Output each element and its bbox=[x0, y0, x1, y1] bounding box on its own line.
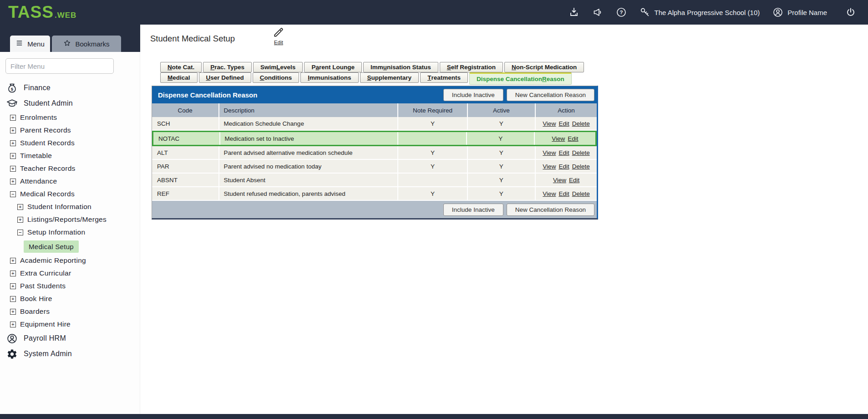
code-cell: ABSNT bbox=[152, 174, 219, 186]
view-link[interactable]: View bbox=[543, 190, 556, 197]
minus-box-icon[interactable]: − bbox=[10, 191, 16, 197]
sidebar-item-system-admin[interactable]: System Admin bbox=[0, 346, 140, 362]
bookmarks-tab[interactable]: Bookmarks bbox=[52, 36, 121, 52]
sidebar-item-medical-setup[interactable]: Medical Setup bbox=[0, 239, 140, 254]
view-link[interactable]: View bbox=[553, 177, 566, 184]
sidebar-item-equipment-hire[interactable]: +Equipment Hire bbox=[0, 318, 140, 331]
sidebar-item-listings-reports-merges[interactable]: +Listings/Reports/Merges bbox=[0, 213, 140, 226]
edit-label: Edit bbox=[269, 40, 288, 45]
edit-link[interactable]: Edit bbox=[558, 120, 569, 127]
note-required-cell bbox=[398, 132, 467, 145]
sidebar-item-label: Boarders bbox=[20, 307, 50, 316]
edit-link[interactable]: Edit bbox=[569, 177, 579, 184]
tab-prac-types[interactable]: Prac. Types bbox=[203, 62, 252, 72]
sidebar-item-parent-records[interactable]: +Parent Records bbox=[0, 124, 140, 137]
include-inactive-button[interactable]: Include Inactive bbox=[443, 204, 503, 216]
minus-box-icon[interactable]: − bbox=[17, 230, 23, 235]
plus-box-icon[interactable]: + bbox=[10, 166, 16, 172]
view-link[interactable]: View bbox=[543, 120, 556, 127]
sidebar-item-boarders[interactable]: +Boarders bbox=[0, 305, 140, 318]
profile-menu[interactable]: Profile Name bbox=[772, 7, 827, 18]
menu-tab-label: Menu bbox=[27, 40, 45, 48]
sidebar-item-enrolments[interactable]: +Enrolments bbox=[0, 111, 140, 124]
sidebar-item-timetable[interactable]: +Timetable bbox=[0, 149, 140, 162]
sidebar-item-teacher-records[interactable]: +Teacher Records bbox=[0, 162, 140, 175]
sidebar-item-setup-information[interactable]: −Setup Information bbox=[0, 226, 140, 239]
new-cancellation-reason-button[interactable]: New Cancellation Reason bbox=[507, 89, 594, 101]
plus-box-icon[interactable]: + bbox=[10, 153, 16, 159]
plus-box-icon[interactable]: + bbox=[17, 217, 23, 223]
tab-non-script-medication[interactable]: Non-Script Medication bbox=[504, 62, 584, 72]
edit-link[interactable]: Edit bbox=[558, 163, 569, 170]
pencil-icon bbox=[273, 32, 284, 40]
delete-link[interactable]: Delete bbox=[572, 163, 590, 170]
edit-page-button[interactable]: Edit bbox=[269, 26, 288, 45]
view-link[interactable]: View bbox=[543, 163, 556, 170]
tab-supplementary[interactable]: Supplementary bbox=[360, 72, 419, 83]
plus-box-icon[interactable]: + bbox=[10, 115, 16, 121]
sidebar-item-student-admin[interactable]: Student Admin bbox=[0, 96, 140, 111]
tab-note-cat[interactable]: Note Cat. bbox=[160, 62, 202, 72]
menu-tab[interactable]: Menu bbox=[10, 36, 50, 52]
tab-immunisation-status[interactable]: Immunisation Status bbox=[363, 62, 438, 72]
tab-conditions[interactable]: Conditions bbox=[253, 72, 299, 83]
sidebar-item-medical-records[interactable]: −Medical Records bbox=[0, 188, 140, 200]
plus-box-icon[interactable]: + bbox=[10, 322, 16, 327]
school-selector[interactable]: The Alpha Progressive School (10) bbox=[640, 7, 760, 18]
footer-bar bbox=[0, 414, 868, 419]
plus-box-icon[interactable]: + bbox=[10, 283, 16, 289]
tab-swim-levels[interactable]: Swim Levels bbox=[253, 62, 303, 72]
sidebar-item-attendance[interactable]: +Attendance bbox=[0, 175, 140, 188]
sidebar-item-academic-reporting[interactable]: +Academic Reporting bbox=[0, 254, 140, 267]
tab-immunisations[interactable]: Immunisations bbox=[300, 72, 358, 83]
active-cell: Y bbox=[467, 132, 535, 145]
delete-link[interactable]: Delete bbox=[572, 149, 590, 156]
sidebar-item-finance[interactable]: $Finance bbox=[0, 80, 140, 96]
sidebar-header: Menu Bookmarks bbox=[0, 25, 140, 52]
edit-link[interactable]: Edit bbox=[558, 190, 569, 197]
profile-name: Profile Name bbox=[787, 9, 827, 16]
sidebar-item-student-information[interactable]: +Student Information bbox=[0, 200, 140, 213]
sidebar-item-book-hire[interactable]: +Book Hire bbox=[0, 292, 140, 305]
plus-box-icon[interactable]: + bbox=[10, 179, 16, 184]
delete-link[interactable]: Delete bbox=[572, 190, 590, 197]
key-icon bbox=[640, 7, 650, 18]
download-icon[interactable] bbox=[569, 7, 579, 18]
sidebar-item-label: Past Students bbox=[20, 282, 66, 290]
plus-box-icon[interactable]: + bbox=[10, 140, 16, 146]
plus-box-icon[interactable]: + bbox=[10, 271, 16, 276]
help-icon[interactable]: ? bbox=[616, 7, 627, 18]
note-required-cell: Y bbox=[398, 117, 467, 130]
action-cell: ViewEdit bbox=[536, 174, 597, 186]
description-cell: Parent advised no medication today bbox=[219, 160, 399, 173]
plus-box-icon[interactable]: + bbox=[10, 309, 16, 315]
sidebar-item-past-students[interactable]: +Past Students bbox=[0, 280, 140, 292]
delete-link[interactable]: Delete bbox=[572, 120, 590, 127]
plus-box-icon[interactable]: + bbox=[10, 258, 16, 264]
plus-box-icon[interactable]: + bbox=[17, 204, 23, 210]
sidebar-item-student-records[interactable]: +Student Records bbox=[0, 137, 140, 149]
view-link[interactable]: View bbox=[543, 149, 556, 156]
tab-medical[interactable]: Medical bbox=[160, 72, 198, 83]
tab-parent-lounge[interactable]: Parent Lounge bbox=[304, 62, 362, 72]
view-link[interactable]: View bbox=[552, 135, 565, 142]
tab-user-defined[interactable]: User Defined bbox=[199, 72, 251, 83]
logout-icon[interactable] bbox=[845, 7, 856, 18]
code-cell: PAR bbox=[152, 160, 219, 173]
edit-link[interactable]: Edit bbox=[568, 135, 578, 142]
include-inactive-button[interactable]: Include Inactive bbox=[443, 89, 503, 101]
panel-title: Dispense Cancellation Reason bbox=[158, 91, 257, 99]
action-cell: ViewEditDelete bbox=[536, 187, 597, 200]
tab-self-registration[interactable]: Self Registration bbox=[440, 62, 503, 72]
top-bar: TASS .WEB ? The Alpha Progressive School… bbox=[0, 0, 868, 25]
filter-menu-input[interactable] bbox=[5, 58, 114, 74]
new-cancellation-reason-button[interactable]: New Cancellation Reason bbox=[507, 204, 594, 216]
sidebar-item-extra-curricular[interactable]: +Extra Curricular bbox=[0, 267, 140, 280]
edit-link[interactable]: Edit bbox=[558, 149, 569, 156]
sidebar-item-payroll-hrm[interactable]: Payroll HRM bbox=[0, 331, 140, 346]
plus-box-icon[interactable]: + bbox=[10, 128, 16, 133]
tab-dispense-cancellation-reason[interactable]: Dispense Cancellation Reason bbox=[469, 72, 572, 85]
plus-box-icon[interactable]: + bbox=[10, 296, 16, 302]
announcements-icon[interactable] bbox=[592, 7, 603, 18]
tab-treatments[interactable]: Treatments bbox=[420, 72, 468, 83]
